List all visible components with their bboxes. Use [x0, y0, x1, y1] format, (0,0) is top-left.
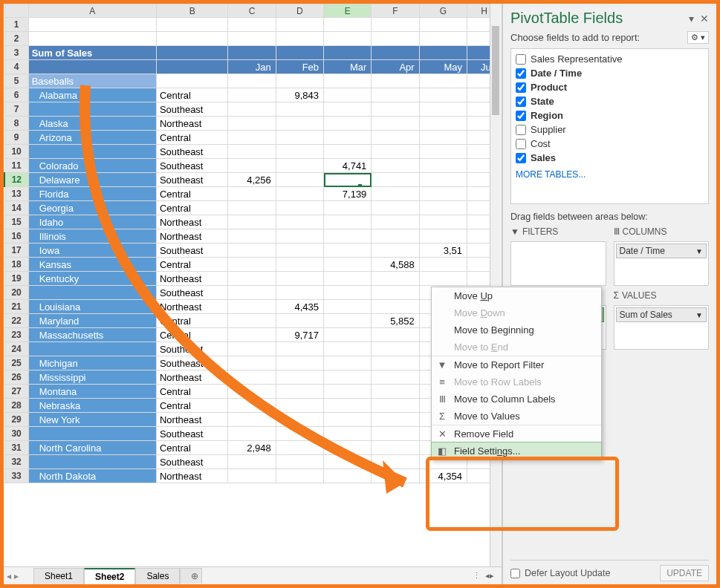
cell[interactable]	[324, 286, 372, 300]
cell[interactable]	[372, 272, 419, 286]
cell[interactable]	[28, 427, 156, 441]
cell[interactable]: North Carolina	[28, 441, 156, 455]
cell[interactable]	[372, 201, 419, 215]
field-context-menu[interactable]: Move UpMove DownMove to BeginningMove to…	[431, 287, 602, 460]
cell[interactable]	[324, 244, 372, 258]
cell[interactable]	[324, 173, 372, 187]
tab-split-handle[interactable]: ◂▸	[485, 571, 494, 581]
cell[interactable]	[228, 300, 276, 314]
cell[interactable]	[419, 258, 467, 272]
cell[interactable]	[324, 342, 372, 356]
field-checkbox[interactable]	[516, 97, 526, 107]
cell[interactable]	[276, 131, 323, 145]
cell[interactable]	[324, 46, 372, 60]
cell[interactable]	[228, 46, 276, 60]
cell[interactable]	[228, 356, 276, 370]
pane-options-dropdown-icon[interactable]: ▾	[689, 13, 694, 24]
row-header[interactable]: 24	[4, 342, 28, 356]
cell[interactable]: Central	[156, 258, 227, 272]
cell[interactable]: Nebraska	[28, 399, 156, 413]
row-header[interactable]: 33	[4, 469, 28, 483]
cell[interactable]	[276, 356, 323, 370]
field-list-item[interactable]: State	[513, 94, 707, 108]
cell[interactable]	[276, 244, 323, 258]
column-header-E[interactable]: E	[324, 4, 372, 18]
context-menu-item[interactable]: ΣMove to Values	[432, 408, 601, 425]
cell[interactable]	[372, 88, 419, 102]
cell[interactable]	[324, 300, 372, 314]
cell[interactable]	[228, 74, 276, 88]
cell[interactable]: Southeast	[156, 356, 227, 370]
cell[interactable]	[228, 469, 276, 483]
row-header[interactable]: 21	[4, 300, 28, 314]
cell[interactable]: Michigan	[28, 356, 156, 370]
cell[interactable]	[419, 159, 467, 173]
cell[interactable]: North Dakota	[28, 469, 156, 483]
field-list-item[interactable]: Cost	[513, 137, 707, 151]
row-header[interactable]: 1	[4, 18, 28, 32]
cell[interactable]	[324, 427, 372, 441]
cell[interactable]: Northeast	[156, 229, 227, 244]
row-header[interactable]: 2	[4, 32, 28, 46]
pane-layout-gear-icon[interactable]: ⚙ ▾	[687, 31, 709, 44]
cell[interactable]	[419, 32, 467, 46]
cell[interactable]	[372, 229, 419, 244]
cell[interactable]	[276, 18, 323, 32]
cell[interactable]	[324, 469, 372, 483]
cell[interactable]: Southeast	[156, 145, 227, 159]
cell[interactable]	[324, 201, 372, 215]
cell[interactable]	[372, 399, 419, 413]
cell[interactable]	[324, 215, 372, 229]
cell[interactable]: Maryland	[28, 314, 156, 328]
cell[interactable]	[419, 215, 467, 229]
cell[interactable]	[372, 300, 419, 314]
cell[interactable]	[276, 187, 323, 201]
cell[interactable]	[276, 102, 323, 117]
row-header[interactable]: 14	[4, 201, 28, 215]
cell[interactable]: 4,588	[372, 258, 419, 272]
row-header[interactable]: 28	[4, 399, 28, 413]
cell[interactable]: Central	[156, 201, 227, 215]
cell[interactable]	[419, 131, 467, 145]
cell[interactable]: Northeast	[156, 370, 227, 385]
row-header[interactable]: 17	[4, 244, 28, 258]
cell[interactable]	[372, 32, 419, 46]
cell[interactable]	[419, 145, 467, 159]
cell[interactable]: 4,256	[228, 173, 276, 187]
cell[interactable]: Southeast	[156, 159, 227, 173]
column-header-B[interactable]: B	[156, 4, 227, 18]
cell[interactable]	[228, 88, 276, 102]
cell[interactable]	[228, 385, 276, 399]
row-header[interactable]: 8	[4, 117, 28, 131]
cell[interactable]: Baseballs	[28, 74, 156, 88]
cell[interactable]: Central	[156, 441, 227, 455]
row-header[interactable]: 10	[4, 145, 28, 159]
field-checkbox[interactable]	[516, 139, 526, 149]
row-header[interactable]: 12	[4, 173, 28, 187]
cell[interactable]	[276, 385, 323, 399]
row-header[interactable]: 15	[4, 215, 28, 229]
cell[interactable]	[372, 413, 419, 427]
cell[interactable]: Delaware	[28, 173, 156, 187]
cell[interactable]: Southeast	[156, 286, 227, 300]
cell[interactable]	[228, 427, 276, 441]
cell[interactable]: Central	[156, 399, 227, 413]
zone-filters[interactable]	[510, 241, 606, 286]
cell[interactable]	[324, 314, 372, 328]
cell[interactable]	[324, 272, 372, 286]
cell[interactable]: Central	[156, 328, 227, 342]
cell[interactable]: Southeast	[156, 427, 227, 441]
cell[interactable]	[276, 117, 323, 131]
cell[interactable]	[324, 258, 372, 272]
cell[interactable]	[419, 272, 467, 286]
cell[interactable]	[156, 74, 227, 88]
context-menu-item[interactable]: Move Up	[432, 287, 601, 304]
cell[interactable]: Colorado	[28, 159, 156, 173]
cell[interactable]: Southeast	[156, 455, 227, 469]
cell[interactable]	[324, 356, 372, 370]
field-checkbox[interactable]	[516, 82, 526, 93]
cell[interactable]	[372, 145, 419, 159]
row-header[interactable]: 27	[4, 385, 28, 399]
field-list-item[interactable]: Date / Time	[513, 66, 707, 80]
field-checkbox[interactable]	[516, 68, 526, 79]
